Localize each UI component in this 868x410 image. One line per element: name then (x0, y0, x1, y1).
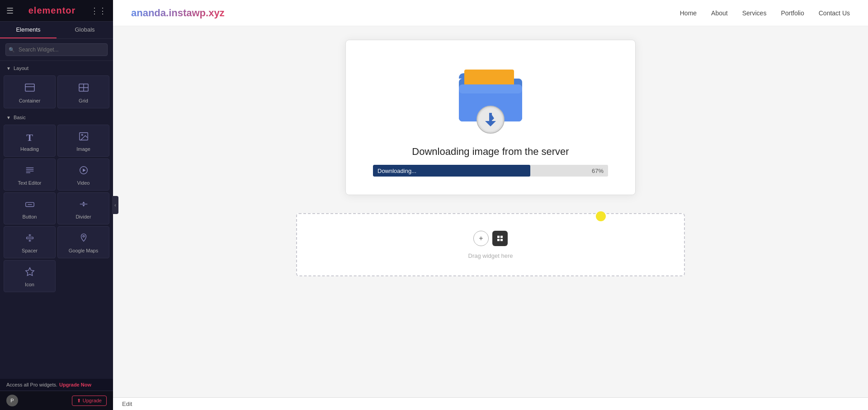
upgrade-button[interactable]: ⬆ Upgrade (72, 396, 107, 406)
elementor-logo: elementor (28, 5, 76, 16)
tab-globals[interactable]: Globals (57, 22, 113, 38)
widget-google-maps-label: Google Maps (69, 248, 98, 253)
sidebar: ☰ elementor ⋮⋮ Elements Globals ▼ Layout… (0, 0, 113, 410)
sidebar-footer: P ⬆ Upgrade (0, 391, 113, 410)
progress-wrapper: Downloading... 67% (373, 165, 608, 177)
nav-links: Home About Services Portfolio Contact Us (680, 9, 850, 17)
layout-section-label: Layout (14, 65, 28, 71)
search-area (0, 39, 113, 61)
pro-notice: Access all Pro widgets. Upgrade Now (0, 379, 113, 391)
nav-link-contact[interactable]: Contact Us (819, 9, 850, 17)
widget-spacer[interactable]: Spacer (4, 226, 56, 258)
widget-google-maps[interactable]: Google Maps (57, 226, 109, 258)
layout-arrow-icon: ▼ (6, 66, 11, 71)
progress-bar-container: Downloading... (373, 165, 608, 177)
svg-point-6 (81, 134, 83, 135)
icon-widget-icon (25, 267, 35, 279)
sidebar-tabs: Elements Globals (0, 22, 113, 39)
nav-item-contact[interactable]: Contact Us (819, 9, 850, 17)
nav-link-portfolio[interactable]: Portfolio (781, 9, 804, 17)
upgrade-now-link[interactable]: Upgrade Now (59, 382, 91, 387)
nav-item-portfolio[interactable]: Portfolio (781, 9, 804, 17)
svg-rect-28 (459, 84, 522, 93)
widget-grid-label: Grid (79, 98, 88, 103)
svg-rect-36 (497, 239, 500, 241)
widget-template-button[interactable] (492, 231, 508, 246)
grid-icon[interactable]: ⋮⋮ (90, 6, 107, 16)
download-title: Downloading image from the server (412, 146, 569, 158)
folder-download-svg (454, 60, 527, 134)
drop-zone-buttons: + (473, 231, 508, 246)
widget-button-label: Button (23, 214, 37, 219)
widget-icon-label: Icon (25, 282, 34, 287)
basic-widget-grid: T Heading Image Text Editor Video (0, 123, 113, 294)
nav-item-home[interactable]: Home (680, 9, 697, 17)
widget-icon[interactable]: Icon (4, 260, 56, 292)
text-editor-icon (25, 165, 35, 177)
svg-rect-34 (497, 236, 500, 238)
svg-rect-35 (500, 236, 503, 238)
edit-label[interactable]: Edit (122, 401, 132, 407)
site-logo: ananda.instawp.xyz (131, 7, 225, 19)
layout-section-header[interactable]: ▼ Layout (0, 61, 113, 74)
sidebar-content: ▼ Layout Container Grid ▼ Basic (0, 61, 113, 379)
google-maps-icon (79, 233, 89, 245)
svg-marker-24 (25, 268, 33, 275)
divider-icon (79, 199, 89, 211)
widget-heading[interactable]: T Heading (4, 125, 56, 157)
image-icon (79, 131, 89, 144)
upgrade-icon: ⬆ (77, 398, 81, 404)
widget-spacer-label: Spacer (22, 248, 38, 253)
widget-video-label: Video (77, 180, 90, 186)
nav-link-about[interactable]: About (711, 9, 728, 17)
folder-icon-wrapper (454, 58, 527, 135)
basic-section-label: Basic (14, 115, 26, 120)
container-icon (24, 82, 35, 95)
progress-label: Downloading... (377, 168, 416, 174)
download-dialog: Downloading image from the server Downlo… (345, 40, 636, 195)
progress-percent: 67% (592, 168, 604, 174)
search-input[interactable] (5, 43, 108, 56)
widget-grid[interactable]: Grid (57, 75, 109, 108)
widget-container-label: Container (19, 98, 41, 103)
sidebar-footer-left: P (6, 395, 18, 406)
sidebar-header: ☰ elementor ⋮⋮ (0, 0, 113, 22)
widget-button[interactable]: Button (4, 192, 56, 224)
widget-text-editor-label: Text Editor (18, 180, 42, 186)
top-nav: ananda.instawp.xyz Home About Services P… (113, 0, 868, 26)
sidebar-collapse-handle[interactable]: ‹ (112, 196, 113, 214)
nav-item-services[interactable]: Services (742, 9, 767, 17)
avatar: P (6, 395, 18, 406)
add-widget-button[interactable]: + (473, 231, 489, 246)
svg-marker-17 (82, 205, 85, 207)
widget-divider-label: Divider (75, 214, 91, 219)
video-icon (79, 165, 89, 177)
widget-heading-label: Heading (20, 146, 39, 152)
layout-widget-grid: Container Grid (0, 74, 113, 110)
nav-link-services[interactable]: Services (742, 9, 767, 17)
nav-link-home[interactable]: Home (680, 9, 697, 17)
widget-divider[interactable]: Divider (57, 192, 109, 224)
widget-video[interactable]: Video (57, 158, 109, 191)
widget-image[interactable]: Image (57, 125, 109, 157)
drop-zone: + Drag widget here (296, 213, 685, 276)
progress-bar: Downloading... (373, 165, 530, 177)
pro-notice-text: Access all Pro widgets. (6, 382, 57, 387)
svg-rect-0 (25, 84, 34, 91)
basic-section-header[interactable]: ▼ Basic (0, 110, 113, 123)
svg-rect-18 (26, 237, 33, 239)
upgrade-label: Upgrade (83, 398, 102, 403)
svg-rect-32 (489, 113, 492, 121)
widget-container[interactable]: Container (4, 75, 56, 108)
tab-elements[interactable]: Elements (0, 22, 57, 38)
nav-item-about[interactable]: About (711, 9, 728, 17)
drop-zone-text: Drag widget here (468, 252, 513, 259)
svg-rect-37 (500, 239, 503, 241)
canvas-area: Downloading image from the server Downlo… (113, 26, 868, 397)
svg-point-23 (83, 236, 85, 238)
hamburger-icon[interactable]: ☰ (6, 6, 14, 16)
grid-widget-icon (78, 82, 89, 95)
svg-marker-16 (82, 202, 85, 204)
widget-text-editor[interactable]: Text Editor (4, 158, 56, 191)
basic-arrow-icon: ▼ (6, 115, 11, 120)
